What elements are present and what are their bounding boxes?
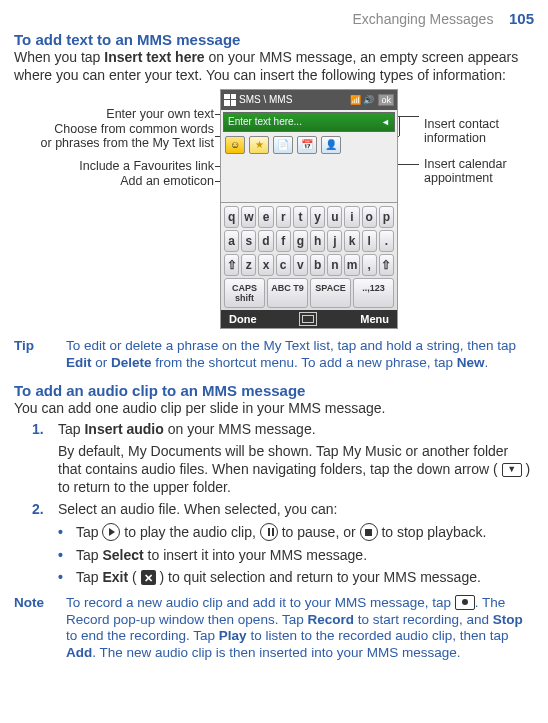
section-2-intro: You can add one audio clip per slide in … — [14, 400, 534, 418]
status-icons: 📶🔊 ok — [348, 94, 394, 105]
stop-icon — [360, 523, 378, 541]
bullet-exit: • Tap Exit ( ✕ ) to quit selection and r… — [58, 568, 534, 586]
key[interactable]: m — [344, 254, 359, 276]
key[interactable]: ⇧ — [379, 254, 394, 276]
step-number: 1. — [32, 421, 50, 439]
tip-text: To edit or delete a phrase on the My Tex… — [66, 338, 534, 372]
tip-label: Tip — [14, 338, 56, 372]
bullet-play: • Tap to play the audio clip, to pause, … — [58, 523, 534, 542]
close-icon: ✕ — [141, 570, 156, 585]
mytext-icon[interactable]: 📄 — [273, 136, 293, 154]
key[interactable]: p — [379, 206, 394, 228]
key[interactable]: w — [241, 206, 256, 228]
section-1-title: To add text to an MMS message — [14, 31, 534, 48]
key[interactable]: h — [310, 230, 325, 252]
text-entry-field[interactable]: Enter text here... ◄ — [223, 112, 395, 132]
step-number: 2. — [32, 501, 50, 519]
emoticon-icon[interactable]: ☺ — [225, 136, 245, 154]
note-block: Note To record a new audio clip and add … — [14, 595, 534, 663]
down-arrow-icon: ▼ — [502, 463, 522, 477]
softkey-menu[interactable]: Menu — [360, 313, 389, 325]
step-1-detail: By default, My Documents will be shown. … — [58, 443, 534, 497]
favourites-icon[interactable]: ★ — [249, 136, 269, 154]
key[interactable]: ⇧ — [224, 254, 239, 276]
callout-enter-text: Enter your own text — [74, 107, 214, 121]
section-1-intro: When you tap Insert text here on your MM… — [14, 49, 534, 85]
record-new-icon — [455, 595, 475, 610]
callout-favourites: Include a Favourites link — [59, 159, 214, 173]
key[interactable]: y — [310, 206, 325, 228]
key[interactable]: s — [241, 230, 256, 252]
key[interactable]: o — [362, 206, 377, 228]
key[interactable]: ABC T9 — [267, 278, 308, 308]
key[interactable]: z — [241, 254, 256, 276]
key[interactable]: a — [224, 230, 239, 252]
key[interactable]: x — [258, 254, 273, 276]
phone-titlebar: SMS \ MMS 📶🔊 ok — [221, 90, 397, 110]
titlebar-text: SMS \ MMS — [239, 94, 292, 105]
windows-logo-icon — [224, 94, 236, 106]
figure: Enter your own text Choose from common w… — [14, 89, 534, 334]
key[interactable]: g — [293, 230, 308, 252]
key[interactable]: n — [327, 254, 342, 276]
callout-calendar: Insert calendarappointment — [424, 157, 507, 186]
contact-icon[interactable]: 👤 — [321, 136, 341, 154]
bullet-select: • Tap Select to insert it into your MMS … — [58, 546, 534, 564]
key[interactable]: c — [276, 254, 291, 276]
onscreen-keyboard[interactable]: qwertyuiop asdfghjkl. ⇧zxcvbnm,⇧ CAPS sh… — [221, 202, 397, 310]
key[interactable]: j — [327, 230, 342, 252]
play-icon — [102, 523, 120, 541]
key[interactable]: q — [224, 206, 239, 228]
key[interactable]: d — [258, 230, 273, 252]
step-2: 2. Select an audio file. When selected, … — [32, 501, 534, 519]
key[interactable]: SPACE — [310, 278, 351, 308]
ok-button[interactable]: ok — [378, 94, 394, 106]
key[interactable]: v — [293, 254, 308, 276]
callout-emoticon: Add an emoticon — [99, 174, 214, 188]
keyboard-toggle-icon[interactable] — [299, 312, 317, 326]
key[interactable]: u — [327, 206, 342, 228]
callout-contact: Insert contactinformation — [424, 117, 499, 146]
phone-screenshot: SMS \ MMS 📶🔊 ok Enter text here... ◄ ☺ ★… — [220, 89, 398, 329]
key[interactable]: r — [276, 206, 291, 228]
key[interactable]: b — [310, 254, 325, 276]
toolbar: ☺ ★ 📄 📅 👤 — [221, 132, 397, 154]
step-1: 1. Tap Insert audio on your MMS message. — [32, 421, 534, 439]
note-label: Note — [14, 595, 56, 663]
key[interactable]: t — [293, 206, 308, 228]
key[interactable]: l — [362, 230, 377, 252]
page-number: 105 — [509, 10, 534, 27]
callout-mytext: Choose from common wordsor phrases from … — [26, 122, 214, 151]
key[interactable]: . — [379, 230, 394, 252]
tip-block: Tip To edit or delete a phrase on the My… — [14, 338, 534, 372]
softkey-bar: Done Menu — [221, 310, 397, 328]
key[interactable]: k — [344, 230, 359, 252]
calendar-icon[interactable]: 📅 — [297, 136, 317, 154]
key[interactable]: e — [258, 206, 273, 228]
pause-icon — [260, 523, 278, 541]
section-heading: Exchanging Messages — [353, 11, 494, 27]
key[interactable]: f — [276, 230, 291, 252]
key[interactable]: i — [344, 206, 359, 228]
softkey-done[interactable]: Done — [229, 313, 257, 325]
note-text: To record a new audio clip and add it to… — [66, 595, 534, 663]
key[interactable]: , — [362, 254, 377, 276]
section-2-title: To add an audio clip to an MMS message — [14, 382, 534, 399]
key[interactable]: CAPS shift — [224, 278, 265, 308]
key[interactable]: ..,123 — [353, 278, 394, 308]
